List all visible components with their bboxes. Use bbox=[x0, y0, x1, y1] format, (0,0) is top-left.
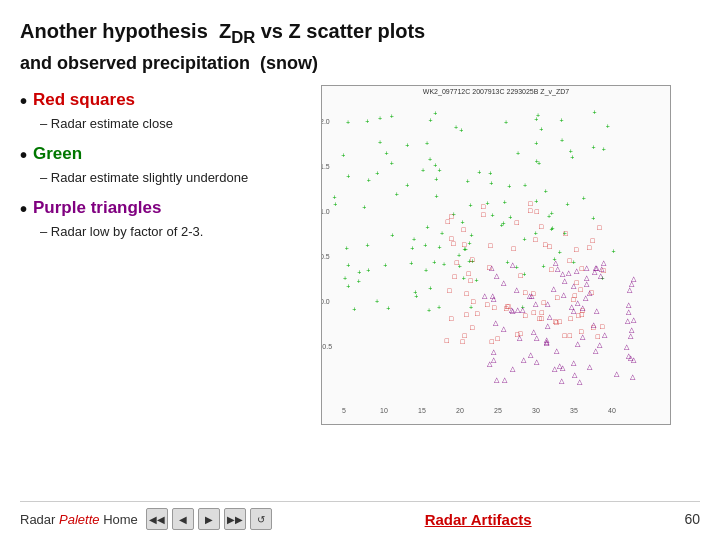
green-dot: + bbox=[428, 285, 434, 291]
green-dot: + bbox=[468, 202, 474, 208]
purple-dot: △ bbox=[626, 308, 632, 314]
green-dot: + bbox=[500, 222, 506, 228]
purple-dot: △ bbox=[510, 365, 516, 371]
nav-fastforward-button[interactable]: ▶▶ bbox=[224, 508, 246, 530]
green-dot: + bbox=[534, 230, 540, 236]
green-dot: + bbox=[378, 139, 384, 145]
y-tick: 2.0 bbox=[321, 118, 330, 125]
green-dot: + bbox=[346, 262, 352, 268]
bullet-label-purple: Purple triangles bbox=[33, 197, 161, 219]
footer: Radar Palette Home ◀◀ ◀ ▶ ▶▶ ↺ Radar Art… bbox=[20, 501, 700, 530]
x-tick: 40 bbox=[608, 407, 616, 414]
red-dot: □ bbox=[455, 259, 461, 265]
red-dot: □ bbox=[573, 292, 579, 298]
red-dot: □ bbox=[446, 218, 452, 224]
nav-next-button[interactable]: ▶ bbox=[198, 508, 220, 530]
red-dot: □ bbox=[562, 332, 568, 338]
purple-dot: △ bbox=[555, 265, 561, 271]
red-dot: □ bbox=[568, 332, 574, 338]
green-dot: + bbox=[566, 201, 572, 207]
green-dot: + bbox=[357, 269, 363, 275]
green-dot: + bbox=[434, 176, 440, 182]
green-dot: + bbox=[346, 173, 352, 179]
purple-dot: △ bbox=[529, 292, 535, 298]
green-dot: + bbox=[425, 140, 431, 146]
green-dot: + bbox=[367, 177, 373, 183]
green-dot: + bbox=[488, 170, 494, 176]
purple-dot: △ bbox=[626, 301, 632, 307]
red-dot: □ bbox=[495, 335, 501, 341]
purple-dot: △ bbox=[544, 336, 550, 342]
green-dot: + bbox=[375, 170, 381, 176]
purple-dot: △ bbox=[491, 356, 497, 362]
nav-rewind-button[interactable]: ◀◀ bbox=[146, 508, 168, 530]
green-dot: + bbox=[537, 160, 543, 166]
x-tick: 20 bbox=[456, 407, 464, 414]
purple-dot: △ bbox=[631, 356, 637, 362]
purple-dot: △ bbox=[482, 292, 488, 298]
purple-dot: △ bbox=[502, 376, 508, 382]
purple-dot: △ bbox=[602, 331, 608, 337]
purple-dot: △ bbox=[491, 348, 497, 354]
purple-dot: △ bbox=[591, 321, 597, 327]
red-dot: □ bbox=[540, 309, 546, 315]
green-dot: + bbox=[489, 180, 495, 186]
red-dot: □ bbox=[555, 294, 561, 300]
red-dot: □ bbox=[449, 315, 455, 321]
green-dot: + bbox=[534, 198, 540, 204]
right-panel: WK2_097712C 2007913C 2293025B Z_v_ZD7 ++… bbox=[292, 85, 700, 497]
red-dot: □ bbox=[532, 309, 538, 315]
bullet-dot-green: • bbox=[20, 143, 27, 167]
purple-dot: △ bbox=[631, 316, 637, 322]
purple-dot: △ bbox=[494, 376, 500, 382]
red-dot: □ bbox=[528, 207, 534, 213]
nav-home-button[interactable]: ↺ bbox=[250, 508, 272, 530]
red-dot: □ bbox=[533, 236, 539, 242]
y-tick: 0.0 bbox=[321, 298, 330, 305]
x-tick: 30 bbox=[532, 407, 540, 414]
green-dot: + bbox=[468, 240, 474, 246]
nav-prev-button[interactable]: ◀ bbox=[172, 508, 194, 530]
green-dot: + bbox=[333, 201, 339, 207]
purple-dot: △ bbox=[577, 378, 583, 384]
green-dot: + bbox=[457, 252, 463, 258]
purple-dot: △ bbox=[547, 313, 553, 319]
green-dot: + bbox=[378, 115, 384, 121]
bullet-sub-purple: Radar low by factor of 2-3. bbox=[20, 223, 280, 241]
green-dot: + bbox=[539, 126, 545, 132]
red-dot: □ bbox=[597, 224, 603, 230]
purple-dot: △ bbox=[510, 307, 516, 313]
green-dot: + bbox=[352, 306, 358, 312]
purple-dot: △ bbox=[629, 326, 635, 332]
green-dot: + bbox=[425, 224, 431, 230]
footer-artifacts-link[interactable]: Radar Artifacts bbox=[425, 511, 532, 528]
bullet-label-green: Green bbox=[33, 143, 82, 165]
purple-dot: △ bbox=[614, 370, 620, 376]
content-area: • Red squares Radar estimate close • Gre… bbox=[20, 85, 700, 497]
green-dot: + bbox=[559, 117, 565, 123]
red-dot: □ bbox=[600, 323, 606, 329]
red-dot: □ bbox=[511, 245, 517, 251]
red-dot: □ bbox=[485, 301, 491, 307]
purple-dot: △ bbox=[594, 307, 600, 313]
purple-dot: △ bbox=[493, 319, 499, 325]
green-dot: + bbox=[384, 150, 390, 156]
purple-dot: △ bbox=[566, 269, 572, 275]
green-dot: + bbox=[591, 215, 597, 221]
green-dot: + bbox=[375, 298, 381, 304]
green-dot: + bbox=[460, 219, 466, 225]
red-dot: □ bbox=[523, 312, 529, 318]
green-dot: + bbox=[432, 259, 438, 265]
purple-dot: △ bbox=[552, 365, 558, 371]
green-dot: + bbox=[611, 248, 617, 254]
green-dot: + bbox=[405, 142, 411, 148]
green-dot: + bbox=[414, 293, 420, 299]
footer-home-text: Home bbox=[100, 512, 138, 527]
purple-dot: △ bbox=[583, 294, 589, 300]
purple-dot: △ bbox=[534, 358, 540, 364]
green-dot: + bbox=[459, 127, 465, 133]
bullet-sub-green: Radar estimate slightly underdone bbox=[20, 169, 280, 187]
red-dot: □ bbox=[596, 333, 602, 339]
purple-dot: △ bbox=[572, 371, 578, 377]
green-dot: + bbox=[437, 167, 443, 173]
